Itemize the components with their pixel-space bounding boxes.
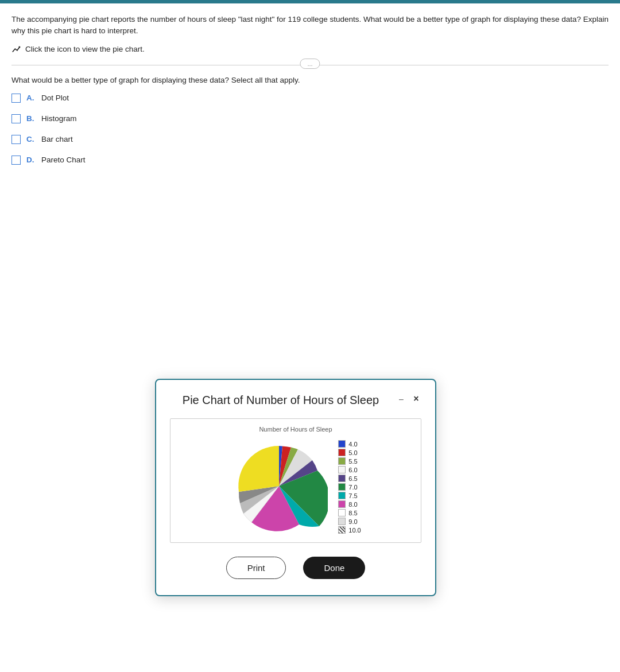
question-text: The accompanying pie chart reports the n… [11, 14, 609, 37]
option-c[interactable]: C. Bar chart [11, 135, 609, 144]
icon-link-label: Click the icon to view the pie chart. [25, 45, 145, 53]
modal-controls: – × [396, 394, 421, 404]
sub-question: What would be a better type of graph for… [11, 76, 609, 84]
option-c-letter: C. [26, 135, 36, 143]
legend-color-60 [338, 466, 346, 473]
legend-label-40: 4.0 [348, 441, 357, 448]
legend-label-50: 5.0 [348, 449, 357, 456]
legend-color-55 [338, 457, 346, 465]
legend-item-70: 7.0 [338, 483, 361, 491]
legend-label-55: 5.5 [348, 458, 357, 465]
minimize-button[interactable]: – [396, 394, 406, 404]
legend-item-100: 10.0 [338, 526, 361, 534]
checkbox-b[interactable] [11, 114, 21, 123]
legend-color-80 [338, 500, 346, 508]
chart-icon [11, 44, 22, 55]
checkbox-c[interactable] [11, 135, 21, 144]
legend-item-60: 6.0 [338, 466, 361, 473]
divider-pill: ... [300, 59, 320, 69]
options-list: A. Dot Plot B. Histogram C. Bar chart D.… [11, 94, 609, 165]
legend-color-70 [338, 483, 346, 491]
legend-item-65: 6.5 [338, 475, 361, 482]
checkbox-d[interactable] [11, 156, 21, 165]
pie-chart-modal: Pie Chart of Number of Hours of Sleep – … [155, 379, 436, 596]
option-b-label: Histogram [41, 114, 77, 123]
main-content: The accompanying pie chart reports the n… [0, 3, 620, 188]
option-a-letter: A. [26, 94, 36, 102]
legend-color-100 [338, 526, 346, 534]
legend-item-55: 5.5 [338, 457, 361, 465]
option-d[interactable]: D. Pareto Chart [11, 156, 609, 165]
pie-chart-svg [230, 437, 328, 537]
chart-inner: 4.0 5.0 5.5 6.0 [176, 437, 415, 537]
option-b[interactable]: B. Histogram [11, 114, 609, 123]
legend-label-80: 8.0 [348, 501, 357, 508]
option-a-label: Dot Plot [41, 94, 69, 102]
done-button[interactable]: Done [303, 557, 365, 579]
checkbox-a[interactable] [11, 94, 21, 103]
option-c-label: Bar chart [41, 135, 73, 143]
legend-color-50 [338, 449, 346, 456]
modal-buttons: Print Done [170, 557, 421, 579]
legend-color-65 [338, 475, 346, 482]
legend-item-75: 7.5 [338, 492, 361, 499]
option-d-letter: D. [26, 156, 36, 164]
legend-item-50: 5.0 [338, 449, 361, 456]
print-button[interactable]: Print [226, 557, 286, 579]
modal-title: Pie Chart of Number of Hours of Sleep [170, 394, 392, 407]
legend-label-90: 9.0 [348, 518, 357, 525]
legend: 4.0 5.0 5.5 6.0 [338, 440, 361, 534]
legend-item-80: 8.0 [338, 500, 361, 508]
option-a[interactable]: A. Dot Plot [11, 94, 609, 103]
legend-label-85: 8.5 [348, 510, 357, 516]
legend-item-90: 9.0 [338, 518, 361, 525]
icon-link[interactable]: Click the icon to view the pie chart. [11, 44, 609, 55]
legend-label-70: 7.0 [348, 484, 357, 491]
chart-title: Number of Hours of Sleep [176, 426, 415, 433]
legend-item-40: 4.0 [338, 440, 361, 448]
legend-color-75 [338, 492, 346, 499]
legend-color-90 [338, 518, 346, 525]
legend-color-40 [338, 440, 346, 448]
modal-header: Pie Chart of Number of Hours of Sleep – … [170, 394, 421, 407]
close-button[interactable]: × [411, 394, 421, 404]
legend-color-85 [338, 509, 346, 516]
legend-item-85: 8.5 [338, 509, 361, 516]
legend-label-60: 6.0 [348, 467, 357, 473]
legend-label-75: 7.5 [348, 492, 357, 499]
legend-label-65: 6.5 [348, 475, 357, 482]
chart-container: Number of Hours of Sleep [170, 418, 421, 543]
legend-label-100: 10.0 [348, 527, 361, 534]
option-b-letter: B. [26, 114, 36, 123]
option-d-label: Pareto Chart [41, 156, 86, 164]
